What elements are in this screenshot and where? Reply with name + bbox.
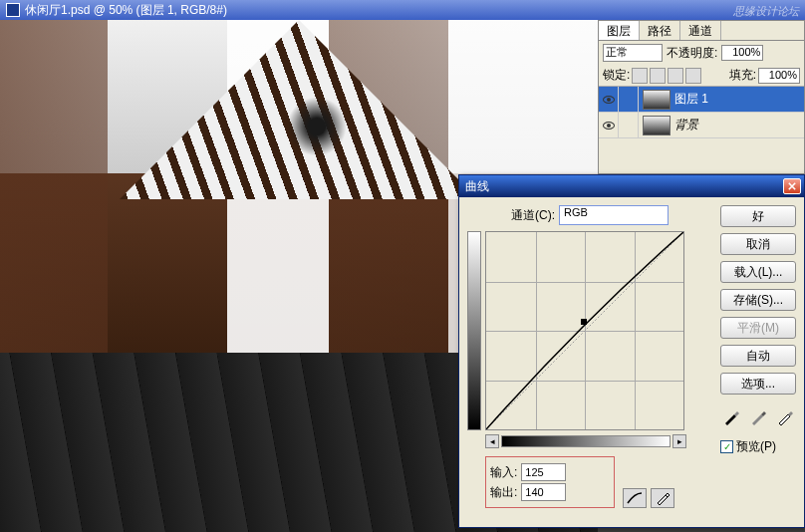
lock-label: 锁定: (603, 67, 630, 84)
smooth-button[interactable]: 平滑(M) (720, 317, 796, 339)
svg-line-0 (486, 232, 683, 429)
dialog-title: 曲线 (465, 178, 489, 195)
input-field[interactable] (521, 463, 566, 481)
link-cell[interactable] (619, 87, 639, 112)
eye-icon (603, 96, 615, 104)
curves-left-col: 通道(C): RGB (467, 205, 712, 508)
arrow-right-icon[interactable]: ▸ (672, 434, 686, 448)
visibility-toggle[interactable] (599, 87, 619, 112)
dialog-titlebar[interactable]: 曲线 (459, 175, 804, 197)
curves-dialog: 曲线 通道(C): RGB (458, 174, 805, 528)
curves-graph-wrap (467, 231, 712, 430)
tab-layers[interactable]: 图层 (599, 21, 640, 40)
curve-point[interactable] (581, 319, 587, 325)
input-label: 输入: (490, 464, 517, 481)
blend-mode-row: 正常 不透明度: 100% (599, 41, 804, 65)
tab-channels[interactable]: 通道 (680, 21, 721, 40)
close-button[interactable] (783, 178, 801, 194)
output-label: 输出: (490, 484, 517, 501)
layer-item[interactable]: 背景 (599, 113, 804, 138)
preview-row: ✓ 预览(P) (720, 438, 796, 455)
fill-input[interactable]: 100% (758, 68, 800, 84)
channel-label: 通道(C): (511, 207, 555, 224)
tab-paths[interactable]: 路径 (640, 21, 680, 40)
hgrad-row: ◂ ▸ (485, 434, 712, 448)
input-output-group: 输入: 输出: (485, 456, 615, 508)
vertical-gradient (467, 231, 481, 430)
horizontal-gradient (501, 435, 671, 447)
curve-line (486, 232, 683, 429)
document-title-bar: 休闲厅1.psd @ 50% (图层 1, RGB/8#) (0, 0, 805, 20)
blend-mode-select[interactable]: 正常 (603, 44, 663, 62)
layer-thumbnail[interactable] (643, 116, 671, 135)
cancel-button[interactable]: 取消 (720, 233, 796, 255)
chandelier (287, 97, 347, 156)
gray-point-dropper-icon[interactable] (749, 408, 767, 426)
panel-tabs: 图层 路径 通道 (599, 21, 804, 41)
preview-label: 预览(P) (736, 438, 776, 455)
load-button[interactable]: 载入(L)... (720, 261, 796, 283)
lock-all-icon[interactable] (685, 68, 701, 84)
channel-row: 通道(C): RGB (467, 205, 712, 225)
eye-icon (603, 122, 615, 130)
visibility-toggle[interactable] (599, 113, 619, 137)
lock-position-icon[interactable] (668, 68, 683, 84)
input-row: 输入: (490, 463, 610, 481)
document-title: 休闲厅1.psd @ 50% (图层 1, RGB/8#) (25, 2, 227, 19)
dialog-body: 通道(C): RGB (459, 197, 804, 516)
ok-button[interactable]: 好 (720, 205, 796, 227)
white-point-dropper-icon[interactable] (776, 408, 794, 426)
arrow-left-icon[interactable]: ◂ (485, 434, 499, 448)
watermark: 思缘设计论坛 (733, 4, 799, 19)
lock-row: 锁定: 填充: 100% (599, 65, 804, 87)
link-cell[interactable] (619, 113, 639, 137)
layer-name[interactable]: 背景 (674, 117, 698, 133)
output-row: 输出: (490, 483, 610, 501)
eyedroppers (720, 408, 796, 426)
layer-name[interactable]: 图层 1 (674, 91, 708, 108)
curves-graph[interactable] (485, 231, 684, 430)
options-button[interactable]: 选项... (720, 373, 796, 395)
save-button[interactable]: 存储(S)... (720, 289, 796, 311)
fill-label: 填充: (729, 67, 756, 84)
ps-doc-icon (6, 3, 20, 17)
output-field[interactable] (521, 483, 566, 501)
layer-thumbnail[interactable] (643, 90, 671, 110)
channel-select[interactable]: RGB (559, 205, 669, 225)
curve-tools (623, 488, 674, 508)
curves-right-col: 好 取消 载入(L)... 存储(S)... 平滑(M) 自动 选项... ✓ … (720, 205, 796, 508)
curve-pencil-tool[interactable] (651, 488, 674, 508)
lock-pixels-icon[interactable] (650, 68, 666, 84)
black-point-dropper-icon[interactable] (722, 408, 740, 426)
layer-item[interactable]: 图层 1 (599, 87, 804, 113)
preview-checkbox[interactable]: ✓ (720, 440, 733, 453)
layers-panel: 图层 路径 通道 正常 不透明度: 100% 锁定: 填充: 100% 图层 1… (598, 20, 805, 174)
lock-transparency-icon[interactable] (632, 68, 648, 84)
auto-button[interactable]: 自动 (720, 345, 796, 367)
opacity-input[interactable]: 100% (721, 45, 763, 61)
curve-point-tool[interactable] (623, 488, 647, 508)
opacity-label: 不透明度: (667, 45, 717, 62)
